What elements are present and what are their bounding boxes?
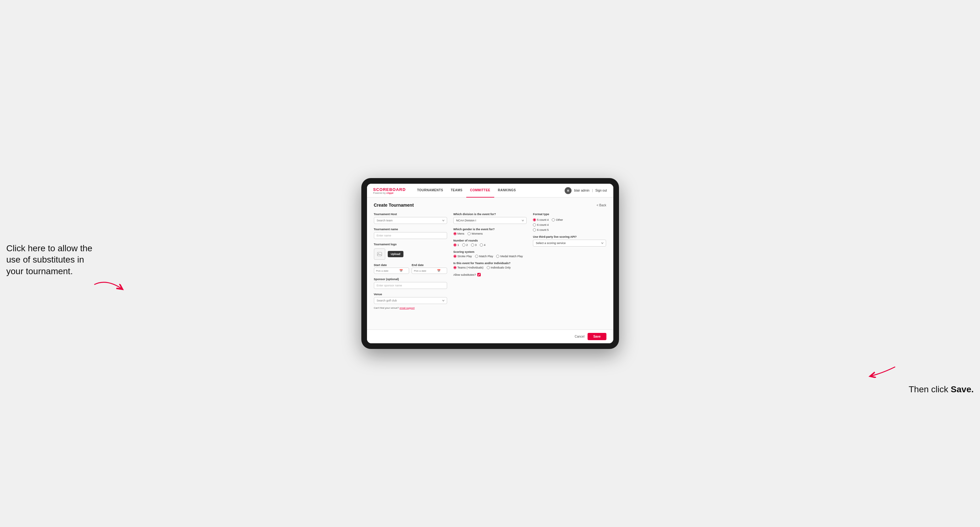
format-5count4[interactable]: 5 count 4 bbox=[533, 218, 549, 221]
rounds-4[interactable]: 4 bbox=[480, 243, 485, 246]
email-support-link[interactable]: email support bbox=[400, 306, 415, 310]
tournament-host-label: Tournament Host bbox=[374, 213, 447, 216]
calendar-icon[interactable]: 📅 bbox=[399, 269, 403, 272]
page-header: Create Tournament Back bbox=[374, 203, 606, 208]
scoring-medal[interactable]: Medal Match Play bbox=[496, 255, 523, 258]
arrow-right-icon bbox=[867, 364, 898, 379]
sponsor-input[interactable] bbox=[374, 282, 447, 289]
substitutes-checkbox[interactable] bbox=[477, 273, 481, 276]
gender-womens[interactable]: Womens bbox=[468, 232, 483, 235]
annotation-left: Click here to allow the use of substitut… bbox=[6, 243, 94, 277]
end-date-input[interactable] bbox=[414, 270, 436, 272]
format-6count4[interactable]: 6 count 4 bbox=[533, 223, 549, 227]
division-select[interactable]: NCAA Division I bbox=[453, 217, 527, 224]
date-group: Start date 📅 End date 📅 bbox=[374, 264, 447, 274]
event-individuals[interactable]: Individuals Only bbox=[487, 266, 511, 269]
end-date-input-wrap[interactable]: 📅 bbox=[412, 268, 447, 274]
scoring-stroke[interactable]: Stroke Play bbox=[453, 255, 472, 258]
cancel-button[interactable]: Cancel bbox=[575, 335, 584, 338]
scoring-api-select[interactable]: Select a scoring service bbox=[533, 240, 606, 246]
end-date-label: End date bbox=[412, 264, 447, 267]
page-title: Create Tournament bbox=[374, 203, 414, 208]
rounds-label: Number of rounds bbox=[453, 239, 527, 242]
sponsor-group: Sponsor (optional) bbox=[374, 278, 447, 289]
start-date-input[interactable] bbox=[376, 270, 398, 272]
tournament-name-label: Tournament name bbox=[374, 228, 447, 231]
date-row: Start date 📅 End date 📅 bbox=[374, 264, 447, 274]
event-type-radio-group: Teams (+Individuals) Individuals Only bbox=[453, 266, 527, 269]
form-grid: Tournament Host Tournament name Tourname… bbox=[374, 213, 606, 310]
back-link[interactable]: Back bbox=[597, 203, 606, 207]
avatar: B bbox=[565, 187, 571, 194]
app-logo: SCOREBOARD Powered by clippd bbox=[373, 187, 406, 194]
image-icon bbox=[377, 252, 382, 257]
logo-accent: SCORE bbox=[373, 187, 389, 192]
tournament-logo-group: Tournament logo Upload bbox=[374, 243, 447, 260]
event-type-group: Is this event for Teams and/or Individua… bbox=[453, 262, 527, 269]
form-col-2: Which division is the event for? NCAA Di… bbox=[453, 213, 527, 310]
scoring-api-group: Use third-party live scoring API? Select… bbox=[533, 235, 606, 246]
start-date-group: Start date 📅 bbox=[374, 264, 409, 274]
format-group: Format type 5 count 4 Other 6 count 4 6 … bbox=[533, 213, 606, 232]
format-row-1: 5 count 4 Other bbox=[533, 218, 606, 221]
scoring-radio-group: Stroke Play Match Play Medal Match Play bbox=[453, 255, 527, 258]
substitutes-group: Allow substitutes? bbox=[453, 273, 527, 276]
substitutes-label: Allow substitutes? bbox=[453, 273, 476, 276]
logo-brand: clippd bbox=[387, 192, 393, 194]
nav-user-area: B blair admin | Sign out bbox=[565, 187, 607, 194]
venue-help: Can't find your venue? email support bbox=[374, 306, 447, 310]
start-date-input-wrap[interactable]: 📅 bbox=[374, 268, 409, 274]
tournament-host-group: Tournament Host bbox=[374, 213, 447, 224]
format-row-3: 6 count 5 bbox=[533, 228, 606, 232]
save-button[interactable]: Save bbox=[587, 333, 606, 340]
nav-committee[interactable]: COMMITTEE bbox=[466, 184, 494, 198]
tournament-host-input[interactable] bbox=[374, 217, 447, 224]
scoring-label: Scoring system bbox=[453, 250, 527, 254]
rounds-3[interactable]: 3 bbox=[471, 243, 477, 246]
logo-text: BOARD bbox=[389, 187, 406, 192]
annotation-right: Then click Save. bbox=[909, 384, 974, 395]
scoring-group: Scoring system Stroke Play Match Play Me… bbox=[453, 250, 527, 258]
tournament-logo-label: Tournament logo bbox=[374, 243, 447, 246]
logo-subtitle: Powered by clippd bbox=[373, 192, 406, 194]
calendar-icon-2[interactable]: 📅 bbox=[437, 269, 441, 272]
form-col-3: Format type 5 count 4 Other 6 count 4 6 … bbox=[533, 213, 606, 310]
logo-placeholder bbox=[374, 248, 385, 260]
nav-teams[interactable]: TEAMS bbox=[447, 184, 466, 198]
gender-radio-group: Mens Womens bbox=[453, 232, 527, 235]
rounds-group: Number of rounds 1 2 3 4 bbox=[453, 239, 527, 246]
scoring-api-label: Use third-party live scoring API? bbox=[533, 235, 606, 238]
substitutes-checkbox-label[interactable]: Allow substitutes? bbox=[453, 273, 527, 276]
division-label: Which division is the event for? bbox=[453, 213, 527, 216]
gender-group: Which gender is the event for? Mens Wome… bbox=[453, 228, 527, 235]
signout-link[interactable]: Sign out bbox=[595, 189, 607, 192]
rounds-1[interactable]: 1 bbox=[453, 243, 459, 246]
username: blair admin bbox=[574, 189, 589, 192]
event-type-label: Is this event for Teams and/or Individua… bbox=[453, 262, 527, 265]
nav-rankings[interactable]: RANKINGS bbox=[494, 184, 520, 198]
page-footer: Cancel Save bbox=[367, 329, 613, 343]
nav-tournaments[interactable]: TOURNAMENTS bbox=[413, 184, 447, 198]
sponsor-label: Sponsor (optional) bbox=[374, 278, 447, 281]
rounds-radio-group: 1 2 3 4 bbox=[453, 243, 527, 246]
venue-group: Venue Can't find your venue? email suppo… bbox=[374, 293, 447, 310]
gender-mens[interactable]: Mens bbox=[453, 232, 465, 235]
tablet-frame: SCOREBOARD Powered by clippd TOURNAMENTS… bbox=[361, 178, 619, 349]
scoring-match[interactable]: Match Play bbox=[475, 255, 493, 258]
svg-point-1 bbox=[378, 253, 379, 254]
end-date-group: End date 📅 bbox=[412, 264, 447, 274]
event-teams[interactable]: Teams (+Individuals) bbox=[453, 266, 484, 269]
tournament-name-group: Tournament name bbox=[374, 228, 447, 239]
rounds-2[interactable]: 2 bbox=[462, 243, 468, 246]
start-date-label: Start date bbox=[374, 264, 409, 267]
format-6count5[interactable]: 6 count 5 bbox=[533, 228, 549, 232]
tournament-name-input[interactable] bbox=[374, 232, 447, 239]
venue-input[interactable] bbox=[374, 297, 447, 304]
logo-upload-area: Upload bbox=[374, 248, 447, 260]
format-other[interactable]: Other bbox=[552, 218, 563, 221]
gender-label: Which gender is the event for? bbox=[453, 228, 527, 231]
tablet-screen: SCOREBOARD Powered by clippd TOURNAMENTS… bbox=[367, 184, 613, 343]
format-label: Format type bbox=[533, 213, 606, 216]
page-content: Create Tournament Back Tournament Host T… bbox=[367, 198, 613, 329]
upload-button[interactable]: Upload bbox=[388, 251, 404, 257]
